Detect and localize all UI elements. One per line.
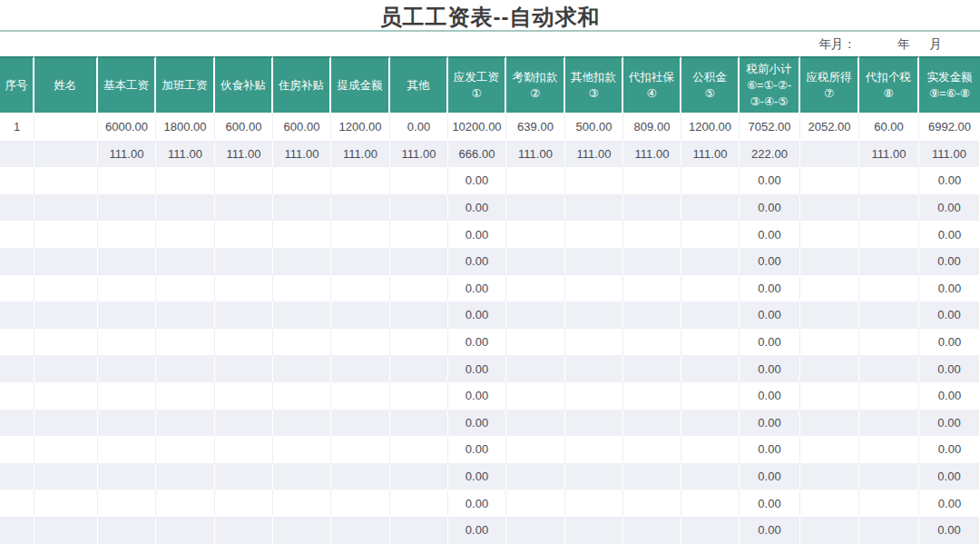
cell[interactable] xyxy=(681,382,740,410)
cell[interactable] xyxy=(390,355,448,382)
cell[interactable]: 0.00 xyxy=(448,490,506,517)
cell[interactable]: 111.00 xyxy=(859,141,919,168)
cell[interactable]: 0.00 xyxy=(448,221,506,248)
cell[interactable] xyxy=(98,463,156,490)
cell[interactable]: 0.00 xyxy=(919,275,980,302)
cell[interactable] xyxy=(859,410,919,437)
cell[interactable]: 0.00 xyxy=(448,463,506,490)
cell[interactable]: 600.00 xyxy=(215,114,273,141)
cell[interactable] xyxy=(800,275,859,302)
cell[interactable] xyxy=(156,275,215,302)
header-cell[interactable]: 其他扣款 ③ xyxy=(565,56,623,114)
cell[interactable] xyxy=(681,248,740,275)
cell[interactable] xyxy=(0,382,34,410)
cell[interactable] xyxy=(156,382,215,410)
cell[interactable]: 0.00 xyxy=(448,167,506,194)
cell[interactable] xyxy=(681,302,740,329)
cell[interactable]: 0.00 xyxy=(740,517,800,544)
cell[interactable]: 0.00 xyxy=(919,382,980,410)
cell[interactable] xyxy=(681,436,740,463)
cell[interactable] xyxy=(623,410,681,437)
header-cell[interactable]: 其他 xyxy=(390,56,448,114)
cell[interactable] xyxy=(565,248,623,275)
cell[interactable]: 0.00 xyxy=(740,167,800,194)
cell[interactable]: 111.00 xyxy=(565,141,623,168)
cell[interactable]: 0.00 xyxy=(448,275,506,302)
cell[interactable] xyxy=(0,490,34,517)
cell[interactable]: 1800.00 xyxy=(156,114,215,141)
cell[interactable] xyxy=(215,436,273,463)
cell[interactable] xyxy=(681,329,740,356)
cell[interactable] xyxy=(565,517,623,544)
cell[interactable]: 111.00 xyxy=(273,141,331,168)
cell[interactable]: 0.00 xyxy=(919,436,980,463)
cell[interactable] xyxy=(0,355,34,382)
cell[interactable] xyxy=(215,221,273,248)
cell[interactable] xyxy=(681,275,740,302)
cell[interactable] xyxy=(506,490,565,517)
cell[interactable] xyxy=(390,382,448,410)
cell[interactable] xyxy=(0,329,34,356)
cell[interactable] xyxy=(0,221,34,248)
cell[interactable]: 0.00 xyxy=(448,248,506,275)
cell[interactable] xyxy=(859,167,919,194)
header-cell[interactable]: 税前小计 ⑥=①-②- ③-④-⑤ xyxy=(740,56,800,114)
cell[interactable]: 111.00 xyxy=(919,141,980,168)
cell[interactable] xyxy=(34,302,98,329)
cell[interactable] xyxy=(859,275,919,302)
cell[interactable] xyxy=(565,221,623,248)
header-cell[interactable]: 伙食补贴 xyxy=(215,56,273,114)
cell[interactable] xyxy=(859,436,919,463)
cell[interactable] xyxy=(623,490,681,517)
header-cell[interactable]: 实发金额 ⑨=⑥-⑧ xyxy=(919,56,980,114)
cell[interactable] xyxy=(623,194,681,222)
cell[interactable] xyxy=(800,436,859,463)
cell[interactable] xyxy=(34,221,98,248)
cell[interactable] xyxy=(565,167,623,194)
cell[interactable] xyxy=(156,329,215,356)
cell[interactable] xyxy=(34,141,98,168)
cell[interactable] xyxy=(215,167,273,194)
cell[interactable] xyxy=(215,329,273,356)
cell[interactable] xyxy=(390,436,448,463)
cell[interactable]: 0.00 xyxy=(448,410,506,437)
cell[interactable]: 0.00 xyxy=(448,329,506,356)
cell[interactable] xyxy=(215,490,273,517)
cell[interactable]: 0.00 xyxy=(448,355,506,382)
cell[interactable] xyxy=(156,410,215,437)
cell[interactable] xyxy=(565,329,623,356)
cell[interactable]: 7052.00 xyxy=(740,114,800,141)
cell[interactable] xyxy=(34,248,98,275)
header-cell[interactable]: 公积金 ⑤ xyxy=(681,56,740,114)
cell[interactable] xyxy=(331,221,390,248)
cell[interactable] xyxy=(34,167,98,194)
cell[interactable] xyxy=(506,194,565,222)
cell[interactable] xyxy=(34,517,98,544)
cell[interactable] xyxy=(98,275,156,302)
cell[interactable] xyxy=(215,410,273,437)
cell[interactable] xyxy=(800,410,859,437)
cell[interactable] xyxy=(681,167,740,194)
cell[interactable]: 0.00 xyxy=(740,436,800,463)
cell[interactable] xyxy=(273,463,331,490)
cell[interactable] xyxy=(859,517,919,544)
cell[interactable] xyxy=(506,302,565,329)
cell[interactable]: 0.00 xyxy=(740,221,800,248)
cell[interactable] xyxy=(156,194,215,222)
cell[interactable] xyxy=(331,517,390,544)
cell[interactable] xyxy=(331,167,390,194)
cell[interactable] xyxy=(331,436,390,463)
cell[interactable]: 111.00 xyxy=(156,141,215,168)
cell[interactable]: 0.00 xyxy=(740,382,800,410)
cell[interactable] xyxy=(800,490,859,517)
header-cell[interactable]: 提成金额 xyxy=(331,56,390,114)
cell[interactable] xyxy=(34,382,98,410)
cell[interactable]: 500.00 xyxy=(565,114,623,141)
cell[interactable] xyxy=(565,463,623,490)
cell[interactable] xyxy=(0,248,34,275)
cell[interactable] xyxy=(98,410,156,437)
cell[interactable] xyxy=(859,248,919,275)
header-cell[interactable]: 姓名 xyxy=(34,56,98,114)
cell[interactable]: 0.00 xyxy=(740,302,800,329)
cell[interactable] xyxy=(98,248,156,275)
